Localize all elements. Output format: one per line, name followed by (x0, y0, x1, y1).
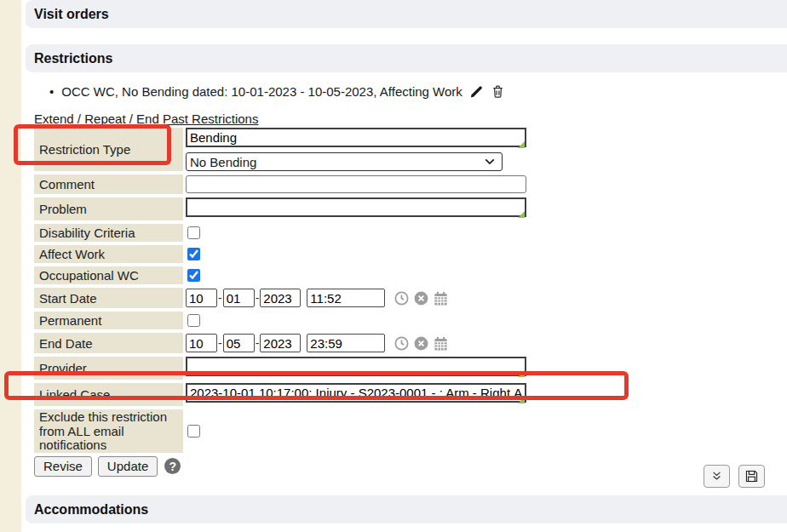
calendar-icon (433, 290, 449, 306)
permanent-row: Permanent (34, 312, 562, 329)
date-separator: - (256, 336, 260, 350)
provider-label: Provider (34, 357, 183, 380)
edit-restriction-button[interactable] (469, 84, 484, 99)
disability-criteria-checkbox[interactable] (187, 226, 200, 239)
permanent-label: Permanent (34, 312, 183, 329)
end-date-clear-button[interactable] (413, 335, 429, 352)
restriction-type-selected-option: No Bending (190, 155, 256, 169)
restrictions-title: Restrictions (34, 51, 112, 66)
clear-circle-icon (413, 335, 429, 352)
affect-work-label: Affect Work (34, 245, 183, 263)
end-time-input[interactable] (307, 334, 385, 352)
permanent-checkbox[interactable] (187, 314, 200, 327)
linked-case-row: Linked Case 2023-10-01 10:17:00: Injury … (34, 383, 562, 406)
start-year-input[interactable] (260, 289, 301, 307)
start-date-label: Start Date (34, 288, 183, 308)
start-date-clear-button[interactable] (413, 290, 429, 306)
affect-work-row: Affect Work (34, 245, 562, 263)
existing-restriction-text: OCC WC, No Bending dated: 10-01-2023 - 1… (61, 84, 462, 99)
restriction-form: Restriction Type Bending No Bending Comm… (34, 128, 562, 477)
collapse-section-button[interactable] (704, 465, 730, 488)
linked-case-label: Linked Case (34, 383, 183, 406)
start-day-input[interactable] (223, 289, 255, 307)
restrictions-section-bar: Restrictions (26, 44, 787, 72)
visit-orders-title: Visit orders (34, 7, 109, 22)
page: Visit orders Restrictions OCC WC, No Ben… (0, 0, 787, 532)
restriction-type-row: Restriction Type Bending No Bending (34, 128, 562, 171)
clear-circle-icon (413, 290, 429, 306)
date-separator: - (256, 291, 260, 305)
restriction-type-select[interactable]: No Bending (186, 152, 503, 171)
occupational-wc-checkbox[interactable] (187, 269, 200, 282)
save-disk-icon (744, 469, 759, 483)
start-date-row: Start Date - - (34, 288, 562, 308)
linked-case-input[interactable]: 2023-10-01 10:17:00: Injury - S2023-0001… (186, 383, 526, 403)
problem-input[interactable] (186, 197, 526, 217)
end-date-calendar-button[interactable] (433, 335, 449, 352)
trash-icon (491, 84, 505, 99)
provider-row: Provider (34, 357, 562, 380)
start-time-input[interactable] (307, 289, 385, 307)
delete-restriction-button[interactable] (491, 84, 505, 99)
affect-work-checkbox[interactable] (187, 248, 200, 260)
accommodations-section-bar: Accommodations (26, 495, 787, 523)
calendar-icon (433, 335, 449, 352)
end-date-row: End Date - - (34, 333, 562, 353)
chevron-down-icon (485, 158, 495, 165)
end-day-input[interactable] (223, 334, 255, 352)
provider-input[interactable] (186, 357, 526, 376)
end-year-input[interactable] (260, 334, 301, 352)
visit-orders-section-bar: Visit orders (26, 0, 787, 28)
save-section-button[interactable] (738, 465, 765, 488)
end-date-label: End Date (34, 333, 183, 353)
start-time-now-button[interactable] (394, 290, 410, 306)
disability-criteria-label: Disability Criteria (34, 224, 183, 242)
disability-criteria-row: Disability Criteria (34, 224, 562, 242)
exclude-email-label: Exclude this restriction from ALL email … (34, 409, 183, 453)
pencil-icon (469, 84, 484, 99)
comment-label: Comment (34, 174, 183, 194)
restriction-type-label: Restriction Type (34, 128, 183, 171)
help-icon[interactable]: ? (164, 458, 181, 474)
start-date-calendar-button[interactable] (433, 290, 449, 306)
extend-repeat-end-link[interactable]: Extend / Repeat / End Past Restrictions (34, 112, 258, 126)
exclude-email-checkbox[interactable] (187, 425, 200, 438)
update-button[interactable]: Update (98, 456, 158, 477)
date-separator: - (218, 291, 222, 305)
end-month-input[interactable] (186, 334, 217, 352)
double-chevron-down-icon (709, 469, 724, 483)
comment-input[interactable] (186, 175, 526, 193)
left-margin-strip (0, 0, 21, 532)
problem-label: Problem (34, 197, 183, 220)
clock-icon (394, 335, 410, 352)
form-actions: Revise Update ? (34, 456, 562, 477)
accommodations-title: Accommodations (34, 502, 148, 518)
occupational-wc-label: Occupational WC (34, 266, 183, 284)
end-time-now-button[interactable] (394, 335, 410, 352)
start-month-input[interactable] (186, 289, 217, 307)
problem-row: Problem (34, 197, 562, 220)
revise-button[interactable]: Revise (34, 456, 92, 477)
section-corner-buttons (704, 465, 765, 488)
clock-icon (394, 290, 410, 306)
comment-row: Comment (34, 174, 562, 194)
restriction-type-search-input[interactable]: Bending (186, 128, 526, 147)
occupational-wc-row: Occupational WC (34, 266, 562, 284)
date-separator: - (218, 336, 222, 350)
exclude-email-row: Exclude this restriction from ALL email … (34, 409, 562, 453)
existing-restriction-item: OCC WC, No Bending dated: 10-01-2023 - 1… (49, 84, 505, 99)
